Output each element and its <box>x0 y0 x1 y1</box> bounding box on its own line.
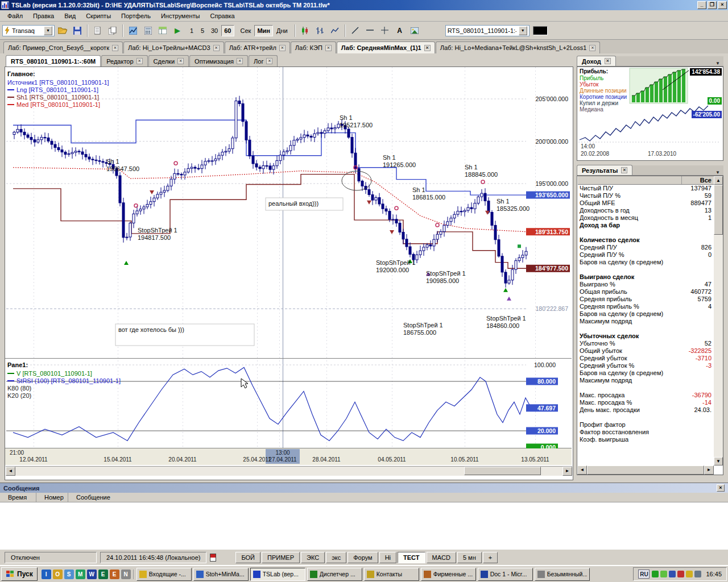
lab-tab-2[interactable]: Лаб: ATR+трейл× <box>225 41 290 53</box>
copy-button[interactable] <box>106 24 119 38</box>
price-chart-svg[interactable]: Sh 1190647.500Sh 1195217.500Sh 1191265.0… <box>5 67 572 465</box>
menu-item-4[interactable]: Портфель <box>116 11 156 20</box>
close-tab-icon[interactable]: × <box>112 45 118 51</box>
workspace-tab-5 мн[interactable]: 5 мн <box>457 552 482 563</box>
task-button-5[interactable]: Фирменные ... <box>421 568 476 581</box>
doc-tab-2[interactable]: Сделки× <box>148 55 189 66</box>
workspace-tab-ТЕСТ[interactable]: ТЕСТ <box>398 552 425 563</box>
start-button[interactable]: Пуск <box>1 567 38 581</box>
lab-tab-3[interactable]: Лаб: КЭП× <box>291 41 336 53</box>
interval-button-30[interactable]: 30 <box>208 25 221 36</box>
task-button-4[interactable]: Контакты <box>364 568 419 581</box>
image-tool-button[interactable] <box>408 24 421 38</box>
chevron-down-icon[interactable]: ▼ <box>712 170 723 175</box>
scroll-right-icon[interactable]: ► <box>562 467 572 476</box>
close-tab-icon[interactable]: × <box>237 58 243 64</box>
interval-button-5[interactable]: 5 <box>197 25 208 36</box>
outlook-icon[interactable]: O <box>53 569 63 579</box>
chart-icon[interactable] <box>669 571 676 577</box>
scroll-left-icon[interactable]: ◄ <box>577 465 587 475</box>
workspace-tab-ПРИМЕР[interactable]: ПРИМЕР <box>262 552 300 563</box>
results-horizontal-scrollbar[interactable]: ◄ ► <box>577 465 714 475</box>
doc-tab-1[interactable]: Редактор× <box>101 55 147 66</box>
task-button-7[interactable]: Безымянный... <box>535 568 590 581</box>
results-vertical-scrollbar[interactable]: ▲ ▼ <box>714 176 723 465</box>
workspace-tab-Форум[interactable]: Форум <box>348 552 378 563</box>
network-icon[interactable] <box>686 571 693 577</box>
open-button[interactable] <box>56 24 69 38</box>
excel-icon[interactable]: E <box>98 569 108 579</box>
doc-tab-4[interactable]: Лог× <box>249 55 278 66</box>
close-icon[interactable]: × <box>717 484 725 492</box>
crosshair-tool-button[interactable] <box>378 24 392 38</box>
close-tab-icon[interactable]: × <box>213 45 220 51</box>
menu-item-0[interactable]: Файл <box>2 11 28 20</box>
chevron-down-icon[interactable]: ▼ <box>44 26 52 35</box>
unit-button-Мин[interactable]: Мин <box>254 25 273 36</box>
text-tool-button[interactable]: А <box>393 24 407 38</box>
line-style-button[interactable] <box>328 24 342 38</box>
close-button[interactable]: × <box>718 1 727 9</box>
lab-tab-5[interactable]: Лаб: Hi_Lo+Mediana+ТейкL@Sh+knstSh_L+2Lo… <box>436 41 601 53</box>
calculator-button[interactable] <box>141 24 155 38</box>
workspace-tab-MACD[interactable]: MACD <box>427 552 456 563</box>
indicator-button[interactable] <box>126 24 140 38</box>
menu-item-1[interactable]: Правка <box>28 11 59 20</box>
explorer-icon[interactable]: E <box>110 569 119 579</box>
tab-income[interactable]: Доход × <box>577 56 616 66</box>
scroll-down-icon[interactable]: ▼ <box>714 457 723 465</box>
bar-style-button[interactable] <box>313 24 327 38</box>
interval-button-1[interactable]: 1 <box>187 25 197 36</box>
status-green-icon[interactable] <box>660 571 667 577</box>
messages-list[interactable] <box>0 502 728 550</box>
lab-tab-0[interactable]: Лаб: Пример_Стоп_Безуб__коротк× <box>3 41 123 53</box>
close-tab-icon[interactable]: × <box>266 58 272 64</box>
close-tab-icon[interactable]: × <box>325 45 332 51</box>
unit-button-Сек[interactable]: Сек <box>238 25 254 36</box>
close-tab-icon[interactable]: × <box>589 45 595 51</box>
unit-button-Дни[interactable]: Дни <box>274 25 291 36</box>
messages-column-0[interactable]: Время <box>0 493 36 502</box>
chart-panel[interactable]: Sh 1190647.500Sh 1195217.500Sh 1191265.0… <box>5 66 573 480</box>
transaq-dropdown[interactable]: Transaq ▼ <box>2 25 55 36</box>
scrollbar-thumb[interactable] <box>464 467 541 475</box>
menu-item-3[interactable]: Скрипты <box>81 11 116 20</box>
task-button-6[interactable]: Doc 1 - Micr... <box>478 568 533 581</box>
workspace-tab-экс[interactable]: экс <box>326 552 346 563</box>
new-script-button[interactable] <box>91 24 105 38</box>
tab-results[interactable]: Результаты × <box>577 165 632 175</box>
scrollbar-thumb[interactable] <box>587 465 704 475</box>
candle-style-button[interactable] <box>299 24 312 38</box>
trend-line-tool-button[interactable] <box>349 24 362 38</box>
symbol-dropdown[interactable]: RTS_080101_110901-1:- ▼ <box>445 25 530 36</box>
close-tab-icon[interactable]: × <box>279 45 286 51</box>
scrollbar-track[interactable] <box>15 467 562 476</box>
run-script-button[interactable]: ▶ <box>171 24 184 38</box>
transaq-icon[interactable] <box>652 571 659 577</box>
minimize-button[interactable]: _ <box>697 1 706 9</box>
workspace-tab-ЭКС[interactable]: ЭКС <box>301 552 325 563</box>
volume-icon[interactable] <box>694 571 701 577</box>
doc-tab-0[interactable]: RTS_080101_110901-1:-:60M <box>6 55 101 66</box>
messages-column-2[interactable]: Сообщение <box>68 493 728 502</box>
menu-item-6[interactable]: Справка <box>205 11 240 20</box>
scroll-left-icon[interactable]: ◄ <box>6 467 15 476</box>
task-button-2[interactable]: TSLab (вер... <box>250 568 305 581</box>
ie-icon[interactable]: I <box>42 569 51 579</box>
workspace-tab-БОЙ[interactable]: БОЙ <box>235 552 260 563</box>
color-swatch[interactable] <box>533 26 548 35</box>
word-icon[interactable]: W <box>87 569 97 579</box>
media-player-icon[interactable]: M <box>76 569 85 579</box>
close-tab-icon[interactable]: × <box>621 167 627 173</box>
menu-item-5[interactable]: Инструменты <box>156 11 205 20</box>
income-chart[interactable]: Прибыль: ПрибыльУбытокДлинные позицииКор… <box>577 66 723 161</box>
orders-table-button[interactable] <box>156 24 169 38</box>
workspace-tab-Hi[interactable]: Hi <box>379 552 396 563</box>
scrollbar-thumb[interactable] <box>714 185 723 235</box>
messages-column-1[interactable]: Номер <box>36 493 68 502</box>
task-button-1[interactable]: Stoh+MinMa... <box>193 568 249 581</box>
chevron-down-icon[interactable]: ▼ <box>712 61 723 66</box>
task-button-0[interactable]: Входящие -... <box>136 568 192 581</box>
antivirus-icon[interactable] <box>677 571 684 577</box>
scroll-right-icon[interactable]: ► <box>704 465 714 475</box>
